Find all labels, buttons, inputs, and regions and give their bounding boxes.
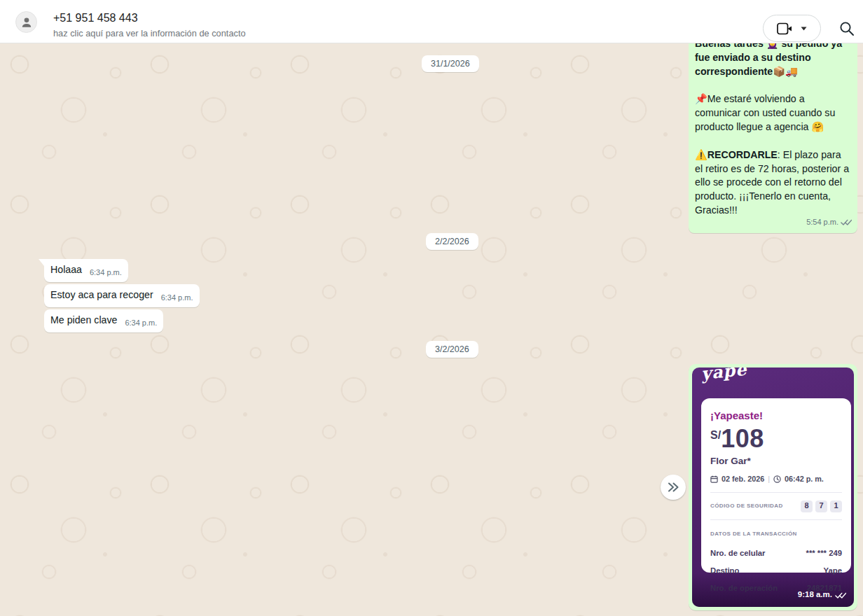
divider xyxy=(710,492,842,493)
receipt-card: ¡Yapeaste! S/ 108 Flor Gar* 02 feb. 2026… xyxy=(701,398,851,573)
avatar[interactable] xyxy=(15,11,37,33)
incoming-message[interactable]: Holaaa 6:34 p.m. xyxy=(44,259,128,282)
receipt-amount: S/ 108 xyxy=(710,426,842,451)
contact-info-button[interactable]: +51 951 458 443 haz clic aquí para ver l… xyxy=(8,0,373,43)
forward-icon xyxy=(667,482,680,493)
transaction-data-label: DATOS DE LA TRANSACCIÓN xyxy=(710,527,842,541)
forward-message-button[interactable] xyxy=(661,475,686,500)
message-meta: 5:54 p.m. xyxy=(806,216,852,230)
security-code-row: CÓDIGO DE SEGURIDAD 8 7 1 xyxy=(710,499,842,513)
yape-logo: yape xyxy=(700,368,747,381)
security-code-digits: 8 7 1 xyxy=(801,500,842,512)
security-digit: 7 xyxy=(815,500,827,512)
currency-symbol: S/ xyxy=(710,428,721,442)
recipient-name: Flor Gar* xyxy=(710,454,842,468)
receipt-hour: 06:42 p. m. xyxy=(785,472,824,486)
row-label: Nro. de celular xyxy=(710,547,765,561)
contact-name: +51 951 458 443 xyxy=(53,12,138,24)
message-meta: 9:18 a.m. xyxy=(798,588,846,602)
message-text: Estoy aca para recoger xyxy=(50,288,153,302)
message-time: 9:18 a.m. xyxy=(798,588,832,602)
message-paragraph: Buenas tardes 🧕 su pedido ya fue enviado… xyxy=(695,43,851,78)
yape-receipt-image[interactable]: yape ¡Yapeaste! S/ 108 Flor Gar* 02 feb.… xyxy=(692,368,854,607)
double-check-icon xyxy=(835,592,846,599)
date-separator: 3/2/2026 xyxy=(426,341,478,358)
transaction-row: Nro. de celular *** *** 249 xyxy=(710,547,842,561)
contact-subtitle: haz clic aquí para ver la información de… xyxy=(53,28,246,38)
receipt-datetime: 02 feb. 2026 | 06:42 p. m. xyxy=(710,472,842,486)
incoming-message[interactable]: Me piden clave 6:34 p.m. xyxy=(44,309,163,332)
message-text: Holaaa xyxy=(50,263,82,277)
message-paragraph: ⚠️RECORDARLE: El plazo para el retiro es… xyxy=(695,148,851,218)
message-time: 6:34 p.m. xyxy=(125,316,157,330)
security-digit: 8 xyxy=(801,500,813,512)
chevron-down-icon xyxy=(801,27,807,31)
double-check-icon xyxy=(841,218,852,226)
calendar-icon xyxy=(710,475,718,483)
divider xyxy=(710,519,842,520)
message-text: Me piden clave xyxy=(50,314,117,328)
video-camera-icon xyxy=(777,22,793,35)
receipt-date: 02 feb. 2026 xyxy=(722,472,764,486)
date-separator: 31/1/2026 xyxy=(422,55,479,72)
video-call-button[interactable] xyxy=(763,15,821,42)
separator: | xyxy=(768,472,770,486)
row-value: *** *** 249 xyxy=(806,547,842,561)
search-button[interactable] xyxy=(838,20,856,38)
person-icon xyxy=(20,15,34,29)
message-time: 6:34 p.m. xyxy=(161,291,193,305)
date-separator: 2/2/2026 xyxy=(426,233,478,250)
outgoing-message-receipt[interactable]: yape ¡Yapeaste! S/ 108 Flor Gar* 02 feb.… xyxy=(689,364,857,610)
message-paragraph: 📌Me estaré volviendo a comunicar con ust… xyxy=(695,92,851,134)
chat-header: +51 951 458 443 haz clic aquí para ver l… xyxy=(0,0,863,43)
message-time: 6:34 p.m. xyxy=(90,266,122,280)
incoming-message[interactable]: Estoy aca para recoger 6:34 p.m. xyxy=(44,284,200,307)
chat-message-area: Buenas tardes 🧕 su pedido ya fue enviado… xyxy=(0,43,863,616)
receipt-title: ¡Yapeaste! xyxy=(710,409,842,423)
message-time: 5:54 p.m. xyxy=(806,216,838,230)
security-code-label: CÓDIGO DE SEGURIDAD xyxy=(710,499,783,513)
clock-icon xyxy=(773,475,781,483)
search-icon xyxy=(839,21,855,36)
amount-value: 108 xyxy=(721,426,764,451)
security-digit: 1 xyxy=(830,500,842,512)
outgoing-message-announcement[interactable]: Buenas tardes 🧕 su pedido ya fue enviado… xyxy=(689,43,857,233)
